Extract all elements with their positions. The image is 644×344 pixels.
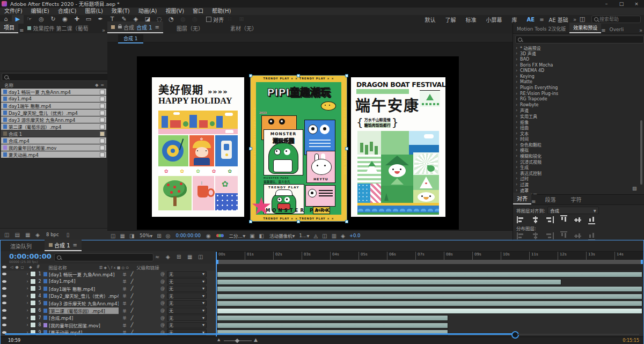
close-button[interactable]: × [629, 0, 644, 8]
project-item[interactable]: day3 游乐摩天轮 九鱼Ann.mp4 [1, 116, 106, 123]
timeline-layer-row[interactable]: ›3[day1端午 憨憨.mp4]单╱@无▾ [1, 285, 215, 293]
workspace-button[interactable]: 库 [512, 16, 517, 24]
layer-duration-bar[interactable] [217, 323, 448, 328]
distribute-center-horizontal-button[interactable] [531, 232, 539, 239]
maximize-button[interactable]: □ [614, 0, 629, 8]
align-bottom-button[interactable] [588, 215, 595, 224]
distribute-right-button[interactable] [545, 232, 554, 239]
quality-switch[interactable]: ╱ [128, 286, 136, 291]
channels-icon[interactable] [216, 234, 224, 237]
poster-dragon-boat[interactable]: DRAGON BOAT FESTIVAL 端午安康 { 万水千山粽是情 糖馅肉馅… [351, 77, 445, 217]
project-search-box[interactable] [2, 73, 104, 80]
snapping-checkbox[interactable] [206, 17, 211, 22]
effect-category[interactable]: ›RG Trapcode [513, 96, 641, 102]
always-preview-icon[interactable]: ◫ [111, 233, 115, 239]
expand-arrow-icon[interactable]: › [516, 142, 520, 147]
project-item[interactable]: 第二课（葡萄乐园）.mp4 [1, 123, 106, 130]
item-tag-checkbox[interactable] [100, 145, 105, 150]
expand-arrow-icon[interactable]: › [516, 153, 520, 158]
item-tag-checkbox[interactable] [100, 90, 105, 94]
composition-stage[interactable]: 美好假期 »»»» HAPPY HOLIDAY [137, 56, 459, 230]
project-item[interactable]: day1 畅玩一夏 九鱼Ann.mp4 [1, 89, 106, 95]
item-tag-checkbox[interactable] [100, 104, 105, 108]
effects-search-box[interactable] [515, 35, 639, 42]
parent-column-header[interactable]: 父级和链接 [136, 264, 159, 270]
effect-category[interactable]: ›模拟 [513, 148, 641, 153]
timeline-search-box[interactable] [54, 253, 148, 261]
project-item[interactable]: 夏天动画.mp4 [1, 151, 106, 158]
trash-icon[interactable]: ▯ [67, 232, 70, 238]
pen-tool-icon[interactable]: ✒ [94, 15, 106, 24]
snapping-toggle[interactable]: 对齐 [206, 16, 224, 24]
chevron-down-icon[interactable]: ▾ [150, 233, 152, 239]
fast-preview-icon[interactable]: ◫ [322, 233, 327, 239]
parent-pickwhip-icon[interactable]: @ [160, 316, 167, 320]
lock-column-icon[interactable]: ◻ [21, 265, 24, 269]
quality-switch[interactable]: ╱ [128, 316, 136, 320]
tab-motion-tools[interactable]: Motion Tools 2汉化版 [513, 24, 569, 33]
expand-arrow-icon[interactable]: › [516, 188, 520, 193]
zoom-out-mountain-icon[interactable]: ▲ [217, 338, 220, 342]
project-item[interactable]: 合成 1 [1, 130, 106, 137]
visibility-eye-icon[interactable] [2, 317, 6, 319]
expand-arrow-icon[interactable]: › [516, 114, 520, 119]
tab-overflow-icon[interactable]: » [639, 27, 642, 33]
tab-project[interactable]: 项目 [0, 21, 18, 33]
effect-category[interactable]: ›抠像 [513, 119, 641, 125]
menu-item[interactable]: 视图(V) [161, 8, 188, 15]
expand-arrow-icon[interactable]: › [516, 125, 520, 130]
effects-scrollbar[interactable] [640, 120, 642, 185]
resolution-value[interactable]: 二分… [229, 232, 243, 239]
parent-dropdown[interactable]: 无▾ [167, 286, 207, 292]
pixel-aspect-icon[interactable]: ◬ [314, 233, 318, 239]
tab-align[interactable]: 对齐 [513, 193, 531, 204]
item-tag-checkbox[interactable] [100, 97, 105, 101]
camera-view-value[interactable]: 活动摄像机 [269, 232, 292, 239]
flowchart-icon[interactable]: ◈ [341, 233, 345, 239]
audio-column-icon[interactable]: ◁ [10, 265, 13, 269]
effect-category[interactable]: ›声道 [513, 108, 641, 114]
exposure-value[interactable]: +0.0 [349, 233, 361, 238]
interpret-footage-icon[interactable]: ◫ [4, 232, 9, 238]
comment-column-icon[interactable]: ≡ [100, 83, 104, 87]
layer-color-swatch[interactable] [30, 279, 36, 284]
expand-arrow-icon[interactable]: › [516, 68, 520, 73]
expand-arrow-icon[interactable]: › [25, 316, 30, 320]
parent-pickwhip-icon[interactable]: @ [160, 301, 167, 305]
selection-handle[interactable] [249, 74, 252, 77]
quality-switch[interactable]: ╱ [128, 272, 136, 276]
expand-arrow-icon[interactable]: › [516, 182, 520, 187]
switches-column-header[interactable]: 单◆╲fx■◎⊙ [99, 265, 130, 270]
quality-switch[interactable]: ╱ [128, 308, 136, 313]
panel-menu-icon[interactable]: ≡ [601, 27, 605, 33]
distribute-bottom-button[interactable] [588, 231, 595, 240]
layer-duration-bar[interactable] [217, 308, 642, 314]
layer-color-swatch[interactable] [30, 271, 36, 277]
collapse-switch[interactable]: 单 [121, 315, 128, 320]
workspace-ae-basics[interactable]: AE 基础 [549, 16, 568, 24]
parent-dropdown[interactable]: 无▾ [167, 308, 207, 314]
effect-category[interactable]: ›遮罩 [513, 187, 641, 193]
layer-color-swatch[interactable] [30, 300, 36, 306]
layer-duration-bar[interactable] [217, 279, 561, 285]
item-tag-checkbox[interactable] [100, 131, 105, 136]
distribute-center-vertical-button[interactable] [574, 232, 581, 240]
quality-switch[interactable]: ╱ [128, 301, 136, 305]
quality-switch[interactable]: ╱ [128, 279, 136, 284]
collapse-switch[interactable]: 单 [121, 301, 128, 306]
layer-duration-bar[interactable] [217, 294, 642, 299]
magnification-icon[interactable]: ▦ [120, 233, 125, 239]
expand-arrow-icon[interactable]: › [516, 108, 520, 113]
expand-arrow-icon[interactable]: › [516, 165, 520, 170]
effect-category[interactable]: ›杂色和颗粒 [513, 142, 641, 148]
new-composition-icon[interactable]: ▦ [25, 232, 30, 238]
visibility-eye-icon[interactable] [2, 324, 6, 326]
ae-workspace-badge[interactable]: AE [527, 17, 535, 23]
menu-item[interactable]: 动画(A) [134, 8, 162, 15]
distribute-top-button[interactable] [560, 231, 567, 240]
help-search-box[interactable] [591, 16, 641, 23]
effect-category[interactable]: ›时间 [513, 136, 641, 142]
collapse-switch[interactable]: 单 [121, 279, 128, 284]
effect-category[interactable]: ›过渡 [513, 181, 641, 187]
expand-arrow-icon[interactable]: › [25, 301, 30, 305]
